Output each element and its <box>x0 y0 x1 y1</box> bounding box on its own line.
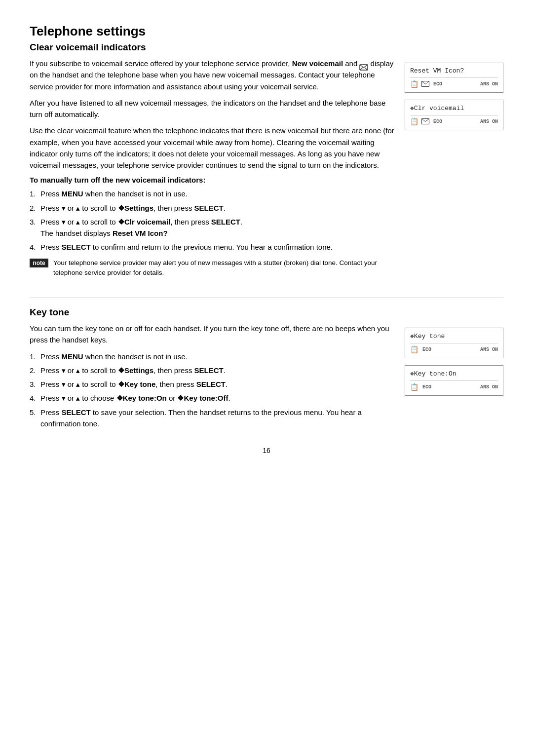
section1-para2: After you have listened to all new voice… <box>30 97 395 120</box>
section2-step2: Press ▾ or ▴ to scroll to ❖Settings, the… <box>30 365 395 376</box>
svg-line-10 <box>425 119 429 122</box>
section2-step5: Press SELECT to save your selection. The… <box>30 407 395 430</box>
section2-step3: Press ▾ or ▴ to scroll to ❖Key tone, the… <box>30 378 395 390</box>
screen1-status: 📋 ECO ANS ON <box>410 77 498 88</box>
section-clear-voicemail: Clear voicemail indicators If you subscr… <box>30 42 503 283</box>
eco-label-4: ECO <box>422 384 431 390</box>
svg-line-2 <box>364 65 368 68</box>
screen2-status: 📋 ECO ANS ON <box>410 115 498 126</box>
screen-key-tone: ❖Key tone 📋 ECO ANS ON <box>405 328 503 358</box>
section1-text: If you subscribe to voicemail service of… <box>30 58 395 283</box>
svg-line-9 <box>422 119 426 122</box>
section1-heading: Clear voicemail indicators <box>30 42 503 53</box>
svg-line-1 <box>360 65 364 68</box>
page-number: 16 <box>30 447 503 454</box>
ans-label-2: ANS ON <box>480 119 498 124</box>
handset-icon: 📋 <box>410 80 419 88</box>
screen3-status: 📋 ECO ANS ON <box>410 343 498 354</box>
new-voicemail-bold: New voicemail <box>292 59 343 68</box>
section1-screens: Reset VM Icon? 📋 ECO ANS ON <box>405 63 503 130</box>
eco-label-3: ECO <box>422 347 431 352</box>
section2-steps-list: Press MENU when the handset is not in us… <box>30 351 395 430</box>
section2-heading: Key tone <box>30 307 503 318</box>
section1-step1: Press MENU when the handset is not in us… <box>30 188 395 199</box>
section2-content: You can turn the key tone on or off for … <box>30 323 503 432</box>
note-label: note <box>30 259 48 267</box>
screen3-text: ❖Key tone <box>410 332 498 340</box>
section1-step2: Press ▾ or ▴ to scroll to ❖Settings, the… <box>30 202 395 214</box>
section1-para1: If you subscribe to voicemail service of… <box>30 58 395 92</box>
svg-line-6 <box>422 81 426 84</box>
section1-sub-heading: To manually turn off the new voicemail i… <box>30 176 395 184</box>
section-key-tone: Key tone You can turn the key tone on or… <box>30 307 503 432</box>
svg-line-7 <box>425 81 429 84</box>
voicemail-icon <box>359 61 368 68</box>
handset-icon-2: 📋 <box>410 117 419 126</box>
msg-icon-2 <box>421 118 429 125</box>
screen4-status: 📋 ECO ANS ON <box>410 380 498 391</box>
screen2-text: ❖Clr voicemail <box>410 104 498 112</box>
handset-icon-3: 📋 <box>410 345 419 354</box>
section1-note: note Your telephone service provider may… <box>30 258 395 278</box>
handset-icon-4: 📋 <box>410 383 419 391</box>
section1-step4: Press SELECT to confirm and return to th… <box>30 241 395 253</box>
screen-reset-vm: Reset VM Icon? 📋 ECO ANS ON <box>405 63 503 93</box>
section1-para3: Use the clear voicemail feature when the… <box>30 125 395 171</box>
screen-key-tone-on: ❖Key tone:On 📋 ECO ANS ON <box>405 365 503 396</box>
section1-content: If you subscribe to voicemail service of… <box>30 58 503 283</box>
note-text: Your telephone service provider may aler… <box>53 258 395 278</box>
ans-label-1: ANS ON <box>480 81 498 87</box>
section2-para1: You can turn the key tone on or off for … <box>30 323 395 346</box>
section2-screens: ❖Key tone 📋 ECO ANS ON ❖Key tone:On 📋 EC… <box>405 328 503 396</box>
section1-steps-list: Press MENU when the handset is not in us… <box>30 188 395 253</box>
eco-label-1: ECO <box>433 81 442 87</box>
ans-label-3: ANS ON <box>480 347 498 352</box>
section2-text: You can turn the key tone on or off for … <box>30 323 395 432</box>
screen4-text: ❖Key tone:On <box>410 370 498 378</box>
page-title: Telephone settings <box>30 24 503 39</box>
ans-label-4: ANS ON <box>480 384 498 390</box>
section2-step4: Press ▾ or ▴ to choose ❖Key tone:On or ❖… <box>30 392 395 404</box>
section2-step1: Press MENU when the handset is not in us… <box>30 351 395 362</box>
section-divider <box>30 298 503 298</box>
msg-icon <box>421 81 429 88</box>
screen-clr-voicemail: ❖Clr voicemail 📋 ECO ANS ON <box>405 100 503 130</box>
screen1-text: Reset VM Icon? <box>410 67 498 75</box>
eco-label-2: ECO <box>433 119 442 124</box>
section1-step3: Press ▾ or ▴ to scroll to ❖Clr voicemail… <box>30 216 395 239</box>
